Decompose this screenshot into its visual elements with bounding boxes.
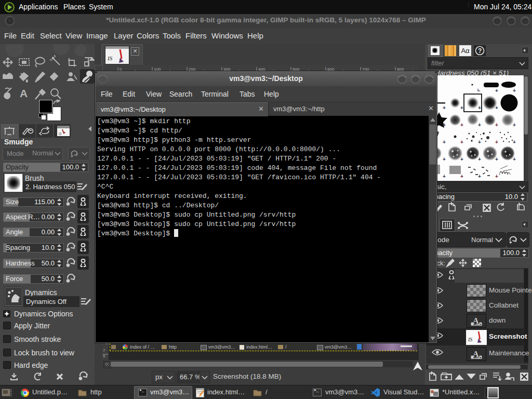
svg-text:+: + [495, 174, 498, 179]
svg-text:A: A [473, 316, 479, 325]
svg-text:5: 5 [103, 354, 105, 358]
svg-text:+: + [495, 88, 498, 94]
svg-text:+: + [443, 156, 446, 162]
svg-text:+: + [513, 122, 516, 128]
svg-text:+: + [460, 105, 463, 111]
svg-text:+: + [495, 139, 498, 145]
svg-text:A: A [20, 87, 28, 99]
svg-text:+: + [495, 122, 498, 128]
svg-text:+: + [460, 122, 463, 128]
svg-text:+: + [443, 139, 446, 145]
svg-text:A: A [473, 350, 479, 358]
svg-text:+: + [460, 174, 463, 179]
svg-text:+: + [478, 105, 481, 111]
svg-text:+: + [513, 139, 516, 145]
svg-text:+: + [478, 139, 481, 145]
svg-text:G: G [59, 132, 61, 136]
svg-text:+: + [478, 156, 481, 162]
svg-text:+: + [443, 105, 446, 111]
svg-text:+: + [513, 88, 516, 94]
svg-text:7: 7 [103, 348, 105, 353]
svg-text:+: + [443, 174, 446, 179]
svg-text:+: + [460, 139, 463, 145]
svg-text:+: + [478, 174, 481, 179]
svg-text:?: ? [478, 47, 482, 55]
svg-text:+: + [478, 122, 481, 128]
